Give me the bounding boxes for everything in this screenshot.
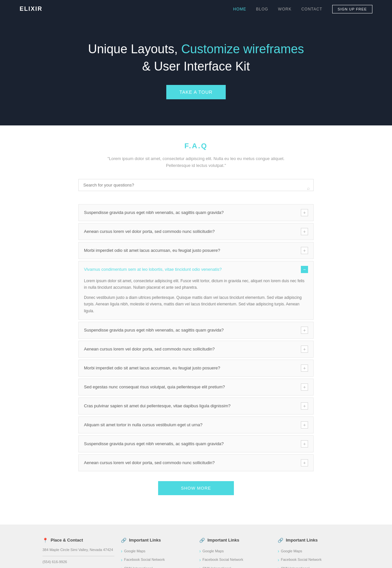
footer-column: 🔗Important LinksGoogle MapsFacebook Soci… [199,538,271,568]
faq-item: Suspendisse gravida purus eget nibh vene… [78,322,314,339]
hero-heading: Unique Layouts, Customize wireframes & U… [7,41,385,75]
faq-item: Aenean cursus lorem vel dolor porta, sed… [78,454,314,471]
footer-link-item[interactable]: CNN International [278,564,350,568]
faq-question[interactable]: Suspendisse gravida purus eget nibh vene… [79,436,313,452]
hero-section: Unique Layouts, Customize wireframes & U… [0,18,392,125]
search-input[interactable] [78,179,314,191]
show-more-wrap: Show More [78,481,314,495]
faq-question-text: Sed egestas nunc consequat risus volutpa… [84,384,225,389]
faq-section: F.A.Q "Lorem ipsum dolor sit amet, conse… [72,142,320,495]
faq-question-text: Aenean cursus lorem vel dolor porta, sed… [84,460,215,465]
faq-question[interactable]: Morbi imperdiet odio sit amet lacus accu… [79,360,313,376]
collapse-icon[interactable]: − [301,266,308,273]
nav-blog[interactable]: BLOG [256,7,268,11]
expand-icon[interactable]: + [301,327,308,334]
faq-question[interactable]: Aenean cursus lorem vel dolor porta, sed… [79,341,313,357]
expand-icon[interactable]: + [301,459,308,466]
navbar: ELIXIR HOME BLOG WORK CONTACT SIGN UP FR… [0,0,392,18]
search-wrap: ⌕ [78,179,314,198]
expand-icon[interactable]: + [301,421,308,429]
footer-link-item[interactable]: Google Maps [278,547,350,556]
nav-contact[interactable]: CONTACT [301,7,322,11]
faq-subtitle: "Lorem ipsum dolor sit amet, consectetur… [78,155,314,169]
faq-item: Vivamus condimentum sem at leo lobortis,… [78,261,314,320]
expand-icon[interactable]: + [301,228,308,235]
show-more-button[interactable]: Show More [158,481,234,495]
footer-col-title: 🔗Important Links [121,538,193,543]
faq-item: Suspendisse gravida purus eget nibh vene… [78,435,314,452]
faq-answer: Lorem ipsum dolor sit amet, consectetur … [79,278,313,319]
footer: 📍Place & Contact384 Maple Circle Simi Va… [0,525,392,568]
faq-question[interactable]: Aenean cursus lorem vel dolor porta, sed… [79,223,313,240]
footer-link-item[interactable]: Facebook Social Network [278,556,350,564]
footer-col-title: 🔗Important Links [278,538,350,543]
expand-icon[interactable]: + [301,383,308,391]
expand-icon[interactable]: + [301,209,308,216]
link-icon: 🔗 [278,538,283,543]
faq-question-text: Aenean cursus lorem vel dolor porta, sed… [84,347,215,351]
signup-button[interactable]: SIGN UP FREE [332,5,372,13]
faq-question-text: Aliquam sit amet tortor in nulla cursus … [84,422,203,427]
faq-question-text: Suspendisse gravida purus eget nibh vene… [84,441,224,446]
faq-item: Cras pulvinar sapien sit amet dui pellen… [78,398,314,414]
nav-home[interactable]: HOME [233,7,246,11]
faq-item: Sed egestas nunc consequat risus volutpa… [78,379,314,396]
main-content: F.A.Q "Lorem ipsum dolor sit amet, conse… [0,125,392,525]
expand-icon[interactable]: + [301,402,308,410]
faq-question-text: Cras pulvinar sapien sit amet dui pellen… [84,403,231,408]
footer-link-item[interactable]: Facebook Social Network [121,556,193,564]
footer-columns: 📍Place & Contact384 Maple Circle Simi Va… [20,538,372,568]
expand-icon[interactable]: + [301,346,308,353]
hero-line2: & User Interface Kit [142,59,250,73]
faq-question[interactable]: Morbi imperdiet odio sit amet lacus accu… [79,242,313,259]
faq-question-text: Morbi imperdiet odio sit amet lacus accu… [84,248,220,253]
footer-col-title: 🔗Important Links [199,538,271,543]
footer-column: 🔗Important LinksGoogle MapsFacebook Soci… [278,538,350,568]
footer-address: 384 Maple Circle Simi Valley, Nevada 474… [42,547,114,553]
faq-question-text: Vivamus condimentum sem at leo lobortis,… [84,267,222,272]
footer-column: 📍Place & Contact384 Maple Circle Simi Va… [42,538,114,568]
hero-cta-button[interactable]: Take a Tour [166,85,225,99]
faq-item: Morbi imperdiet odio sit amet lacus accu… [78,360,314,377]
expand-icon[interactable]: + [301,365,308,372]
footer-links-list: Google MapsFacebook Social NetworkCNN In… [121,547,193,568]
faq-item: Suspendisse gravida purus eget nibh vene… [78,204,314,221]
location-icon: 📍 [42,538,48,543]
hero-highlight: Customize wireframes [181,42,304,56]
faq-question[interactable]: Sed egestas nunc consequat risus volutpa… [79,379,313,395]
faq-question[interactable]: Cras pulvinar sapien sit amet dui pellen… [79,398,313,414]
faq-question[interactable]: Aenean cursus lorem vel dolor porta, sed… [79,455,313,471]
expand-icon[interactable]: + [301,440,308,447]
faq-item: Aenean cursus lorem vel dolor porta, sed… [78,341,314,358]
search-icon: ⌕ [307,186,310,191]
faq-question-text: Suspendisse gravida purus eget nibh vene… [84,210,224,215]
expand-icon[interactable]: + [301,247,308,254]
footer-link-item[interactable]: Google Maps [121,547,193,556]
footer-link-item[interactable]: CNN International [121,564,193,568]
hero-line1: Unique Layouts, [88,42,181,56]
footer-links-list: Google MapsFacebook Social NetworkCNN In… [199,547,271,568]
faq-question[interactable]: Suspendisse gravida purus eget nibh vene… [79,322,313,338]
footer-link-item[interactable]: CNN International [199,564,271,568]
footer-column: 🔗Important LinksGoogle MapsFacebook Soci… [121,538,193,568]
faq-question-text: Morbi imperdiet odio sit amet lacus accu… [84,365,220,370]
link-icon: 🔗 [199,538,205,543]
faq-question[interactable]: Vivamus condimentum sem at leo lobortis,… [79,261,313,278]
footer-link-item[interactable]: Facebook Social Network [199,556,271,564]
faq-item: Aenean cursus lorem vel dolor porta, sed… [78,223,314,240]
faq-question-text: Aenean cursus lorem vel dolor porta, sed… [84,229,215,234]
nav-links: HOME BLOG WORK CONTACT SIGN UP FREE [233,6,372,12]
brand-logo: ELIXIR [20,6,42,12]
footer-phone: (554) 616-9926 [42,559,114,565]
link-icon: 🔗 [121,538,126,543]
faq-question-text: Suspendisse gravida purus eget nibh vene… [84,328,224,333]
footer-link-item[interactable]: Google Maps [199,547,271,556]
faq-question[interactable]: Suspendisse gravida purus eget nibh vene… [79,204,313,221]
nav-work[interactable]: WORK [278,7,291,11]
faq-list: Suspendisse gravida purus eget nibh vene… [78,204,314,471]
faq-title: F.A.Q [78,142,314,150]
faq-question[interactable]: Aliquam sit amet tortor in nulla cursus … [79,417,313,433]
faq-item: Aliquam sit amet tortor in nulla cursus … [78,416,314,433]
footer-col-title: 📍Place & Contact [42,538,114,543]
faq-item: Morbi imperdiet odio sit amet lacus accu… [78,242,314,259]
